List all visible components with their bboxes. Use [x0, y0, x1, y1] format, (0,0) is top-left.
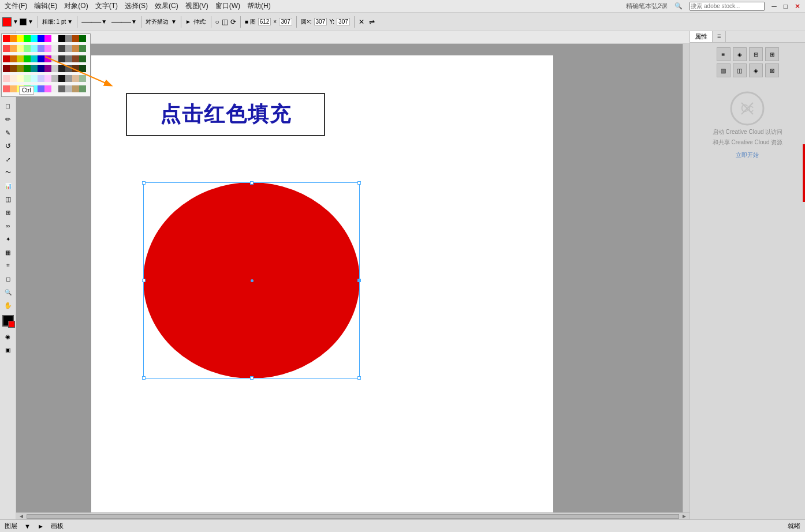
- close-button[interactable]: ✕: [795, 2, 800, 10]
- blend-tool[interactable]: ∞: [2, 219, 14, 232]
- vertical-scrollbar[interactable]: [683, 44, 690, 512]
- palette-color-cell[interactable]: [51, 85, 58, 92]
- zoom-tool[interactable]: 🔍: [2, 286, 14, 298]
- palette-color-cell[interactable]: [65, 65, 72, 72]
- palette-color-cell[interactable]: [3, 35, 10, 42]
- menu-item-select[interactable]: 选择(S): [125, 1, 148, 11]
- palette-color-cell[interactable]: [3, 55, 10, 62]
- minimize-button[interactable]: ─: [772, 2, 777, 10]
- panel-icon-more4[interactable]: ⊠: [765, 63, 779, 77]
- brush-tool[interactable]: ✏: [2, 113, 14, 126]
- align-btn[interactable]: 对齐描边: [146, 18, 169, 26]
- shape-tool[interactable]: □: [2, 100, 14, 113]
- panel-icon-more1[interactable]: ▥: [717, 63, 731, 77]
- width-value[interactable]: 612: [258, 18, 271, 25]
- screen-mode-btn[interactable]: ▣: [2, 343, 14, 356]
- palette-color-cell[interactable]: [44, 75, 51, 82]
- palette-color-cell[interactable]: [44, 35, 51, 42]
- palette-color-cell[interactable]: [10, 45, 17, 52]
- tool-icon-1[interactable]: ○: [215, 18, 219, 26]
- gradient-tool[interactable]: ◫: [2, 193, 14, 205]
- palette-color-cell[interactable]: [79, 85, 86, 92]
- palette-color-cell[interactable]: [24, 65, 31, 72]
- menu-item-view[interactable]: 视图(V): [185, 1, 208, 11]
- symbol-tool[interactable]: ✦: [2, 233, 14, 245]
- slice-tool[interactable]: ⌗: [2, 259, 14, 272]
- palette-color-cell[interactable]: [31, 35, 38, 42]
- palette-color-cell[interactable]: [72, 85, 79, 92]
- properties-tab[interactable]: 属性: [690, 31, 713, 42]
- coord-x-value[interactable]: 307: [314, 18, 327, 25]
- palette-color-cell[interactable]: [44, 85, 51, 92]
- palette-color-cell[interactable]: [10, 65, 17, 72]
- warp-tool[interactable]: 〜: [2, 166, 14, 179]
- palette-color-cell[interactable]: [10, 55, 17, 62]
- arrange-btn[interactable]: ⇌: [369, 18, 375, 26]
- handle-bottom-center[interactable]: [250, 376, 254, 380]
- palette-color-cell[interactable]: [3, 85, 10, 92]
- palette-color-cell[interactable]: [17, 45, 24, 52]
- palette-color-cell[interactable]: [58, 65, 65, 72]
- palette-color-cell[interactable]: [17, 55, 24, 62]
- palette-color-cell[interactable]: [17, 35, 24, 42]
- menu-item-object[interactable]: 对象(O): [64, 1, 88, 11]
- panel-icon-transform[interactable]: ⊞: [765, 47, 779, 61]
- palette-color-cell[interactable]: [79, 75, 86, 82]
- handle-top-right[interactable]: [357, 181, 361, 185]
- palette-color-cell[interactable]: [51, 75, 58, 82]
- palette-color-cell[interactable]: [72, 75, 79, 82]
- palette-color-cell[interactable]: [38, 55, 44, 62]
- palette-color-cell[interactable]: [58, 35, 65, 42]
- graph-tool[interactable]: 📊: [2, 179, 14, 192]
- palette-color-cell[interactable]: [31, 55, 38, 62]
- palette-color-cell[interactable]: [24, 35, 31, 42]
- palette-color-cell[interactable]: [44, 45, 51, 52]
- palette-color-cell[interactable]: [38, 45, 44, 52]
- palette-color-cell[interactable]: [38, 85, 44, 92]
- palette-color-cell[interactable]: [79, 35, 86, 42]
- palette-color-cell[interactable]: [65, 55, 72, 62]
- palette-color-cell[interactable]: [10, 85, 17, 92]
- menu-item-edit[interactable]: 编辑(E): [34, 1, 57, 11]
- palette-color-cell[interactable]: [79, 55, 86, 62]
- palette-color-cell[interactable]: [10, 35, 17, 42]
- palette-color-cell[interactable]: [51, 55, 58, 62]
- palette-color-cell[interactable]: [44, 55, 51, 62]
- menu-item-window[interactable]: 窗口(W): [215, 1, 240, 11]
- palette-color-cell[interactable]: [79, 65, 86, 72]
- panel-menu-tab[interactable]: ≡: [713, 31, 726, 42]
- palette-color-cell[interactable]: [72, 45, 79, 52]
- handle-bottom-right[interactable]: [357, 376, 361, 380]
- palette-color-cell[interactable]: [17, 75, 24, 82]
- h-scroll-thumb[interactable]: [27, 514, 679, 519]
- palette-color-cell[interactable]: [72, 55, 79, 62]
- palette-color-cell[interactable]: [72, 35, 79, 42]
- palette-color-cell[interactable]: [38, 65, 44, 72]
- palette-color-cell[interactable]: [58, 55, 65, 62]
- column-graph-tool[interactable]: ▦: [2, 246, 14, 258]
- palette-color-cell[interactable]: [79, 45, 86, 52]
- zoom-dropdown[interactable]: ▼: [24, 523, 31, 530]
- scale-tool[interactable]: ⤢: [2, 153, 14, 166]
- menu-item-file[interactable]: 文件(F): [5, 1, 27, 11]
- menu-item-text[interactable]: 文字(T): [95, 1, 118, 11]
- rotate-tool[interactable]: ↺: [2, 140, 14, 152]
- panel-icon-more2[interactable]: ◫: [733, 63, 747, 77]
- palette-color-cell[interactable]: [58, 85, 65, 92]
- tool-icon-3[interactable]: ⟳: [230, 18, 236, 26]
- coord-y-value[interactable]: 307: [337, 18, 350, 25]
- palette-color-cell[interactable]: [65, 75, 72, 82]
- fill-stroke-display[interactable]: [2, 315, 14, 327]
- palette-color-cell[interactable]: [65, 45, 72, 52]
- more-tools[interactable]: ✕: [359, 18, 364, 26]
- handle-top-center[interactable]: [250, 181, 254, 185]
- palette-color-cell[interactable]: [38, 35, 44, 42]
- handle-top-left[interactable]: [142, 181, 146, 185]
- menu-item-effect[interactable]: 效果(C): [155, 1, 178, 11]
- palette-color-cell[interactable]: [72, 65, 79, 72]
- tool-icon-2[interactable]: ◫: [222, 18, 228, 26]
- mesh-tool[interactable]: ⊞: [2, 206, 14, 219]
- menu-item-help[interactable]: 帮助(H): [247, 1, 271, 11]
- watermark-link[interactable]: 立即开始: [736, 151, 759, 159]
- palette-color-cell[interactable]: [31, 75, 38, 82]
